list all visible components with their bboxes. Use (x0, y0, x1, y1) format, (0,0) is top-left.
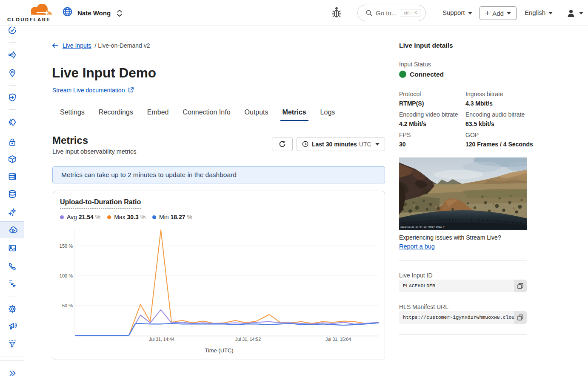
svg-text:Jul 31, 15:04: Jul 31, 15:04 (325, 337, 351, 342)
svg-text:100 %: 100 % (60, 273, 73, 278)
svg-text:CLOUDFLARE: CLOUDFLARE (7, 17, 51, 22)
svg-text:150 %: 150 % (60, 243, 73, 249)
svg-text:Jul 31, 14:52: Jul 31, 14:52 (235, 337, 261, 342)
svg-text:50 %: 50 % (62, 303, 73, 308)
svg-text:2021/10/20 17:54:29 AUKEY DROZ: 2021/10/20 17:54:29 AUKEY DROZ P (400, 226, 445, 229)
svg-text:Jul 31, 14:44: Jul 31, 14:44 (149, 337, 174, 342)
svg-text:Time (UTC): Time (UTC) (205, 347, 233, 354)
